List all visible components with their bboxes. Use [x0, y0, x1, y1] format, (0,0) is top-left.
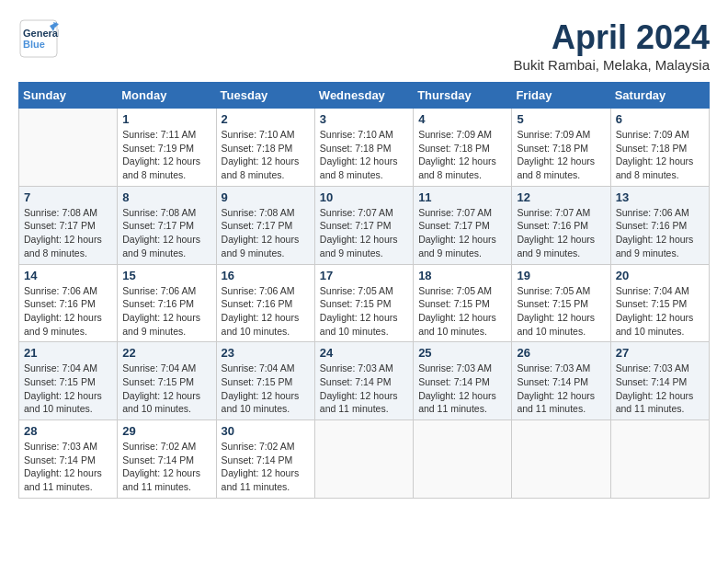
day-info: Sunrise: 7:05 AM Sunset: 7:15 PM Dayligh… — [418, 284, 506, 339]
day-number: 30 — [222, 424, 310, 438]
day-number: 29 — [122, 424, 210, 438]
calendar-cell: 13Sunrise: 7:06 AM Sunset: 7:16 PM Dayli… — [610, 186, 709, 264]
day-number: 18 — [418, 269, 506, 282]
calendar-cell — [314, 420, 413, 499]
day-info: Sunrise: 7:03 AM Sunset: 7:14 PM Dayligh… — [418, 362, 506, 416]
day-info: Sunrise: 7:06 AM Sunset: 7:16 PM Dayligh… — [24, 284, 112, 339]
day-number: 25 — [418, 346, 506, 360]
calendar-week-row: 7Sunrise: 7:08 AM Sunset: 7:17 PM Daylig… — [19, 186, 710, 264]
day-info: Sunrise: 7:09 AM Sunset: 7:18 PM Dayligh… — [418, 128, 506, 182]
calendar-table: SundayMondayTuesdayWednesdayThursdayFrid… — [18, 82, 710, 499]
day-info: Sunrise: 7:09 AM Sunset: 7:18 PM Dayligh… — [616, 128, 704, 182]
calendar-cell: 11Sunrise: 7:07 AM Sunset: 7:17 PM Dayli… — [414, 186, 512, 264]
calendar-cell: 14Sunrise: 7:06 AM Sunset: 7:16 PM Dayli… — [19, 264, 118, 342]
day-number: 1 — [122, 112, 210, 126]
day-of-week-header: Wednesday — [314, 83, 413, 109]
day-number: 17 — [320, 269, 408, 282]
calendar-cell: 17Sunrise: 7:05 AM Sunset: 7:15 PM Dayli… — [314, 264, 413, 342]
calendar-cell: 16Sunrise: 7:06 AM Sunset: 7:16 PM Dayli… — [216, 264, 314, 342]
day-info: Sunrise: 7:05 AM Sunset: 7:15 PM Dayligh… — [517, 284, 605, 339]
day-of-week-header: Saturday — [610, 83, 709, 109]
day-info: Sunrise: 7:09 AM Sunset: 7:18 PM Dayligh… — [517, 128, 605, 182]
calendar-cell: 23Sunrise: 7:04 AM Sunset: 7:15 PM Dayli… — [216, 342, 314, 420]
calendar-cell: 25Sunrise: 7:03 AM Sunset: 7:14 PM Dayli… — [414, 342, 512, 420]
calendar-header-row: SundayMondayTuesdayWednesdayThursdayFrid… — [19, 83, 710, 109]
day-of-week-header: Friday — [512, 83, 610, 109]
month-title: April 2024 — [514, 18, 710, 57]
day-info: Sunrise: 7:08 AM Sunset: 7:17 PM Dayligh… — [24, 206, 112, 260]
calendar-cell: 28Sunrise: 7:03 AM Sunset: 7:14 PM Dayli… — [19, 420, 118, 499]
day-info: Sunrise: 7:07 AM Sunset: 7:17 PM Dayligh… — [320, 206, 408, 260]
day-info: Sunrise: 7:07 AM Sunset: 7:17 PM Dayligh… — [418, 206, 506, 260]
day-number: 27 — [616, 346, 704, 360]
day-number: 3 — [320, 112, 408, 126]
day-number: 26 — [517, 346, 605, 360]
day-info: Sunrise: 7:05 AM Sunset: 7:15 PM Dayligh… — [320, 284, 408, 339]
day-number: 13 — [616, 190, 704, 204]
calendar-cell: 22Sunrise: 7:04 AM Sunset: 7:15 PM Dayli… — [118, 342, 216, 420]
day-number: 19 — [517, 269, 605, 282]
day-info: Sunrise: 7:10 AM Sunset: 7:18 PM Dayligh… — [222, 128, 310, 182]
day-number: 4 — [418, 112, 506, 126]
day-number: 2 — [222, 112, 310, 126]
day-number: 15 — [122, 269, 210, 282]
day-info: Sunrise: 7:11 AM Sunset: 7:19 PM Dayligh… — [122, 128, 210, 182]
calendar-cell — [414, 420, 512, 499]
day-number: 6 — [616, 112, 704, 126]
day-number: 10 — [320, 190, 408, 204]
calendar-cell: 29Sunrise: 7:02 AM Sunset: 7:14 PM Dayli… — [118, 420, 216, 499]
day-of-week-header: Monday — [118, 83, 216, 109]
day-info: Sunrise: 7:03 AM Sunset: 7:14 PM Dayligh… — [320, 362, 408, 416]
day-of-week-header: Thursday — [414, 83, 512, 109]
calendar-week-row: 14Sunrise: 7:06 AM Sunset: 7:16 PM Dayli… — [19, 264, 710, 342]
calendar-cell: 3Sunrise: 7:10 AM Sunset: 7:18 PM Daylig… — [314, 109, 413, 187]
day-number: 8 — [122, 190, 210, 204]
calendar-week-row: 21Sunrise: 7:04 AM Sunset: 7:15 PM Dayli… — [19, 342, 710, 420]
calendar-cell: 15Sunrise: 7:06 AM Sunset: 7:16 PM Dayli… — [118, 264, 216, 342]
title-block: April 2024 Bukit Rambai, Melaka, Malaysi… — [514, 18, 710, 73]
calendar-cell: 1Sunrise: 7:11 AM Sunset: 7:19 PM Daylig… — [118, 109, 216, 187]
day-info: Sunrise: 7:02 AM Sunset: 7:14 PM Dayligh… — [122, 440, 210, 494]
calendar-cell: 18Sunrise: 7:05 AM Sunset: 7:15 PM Dayli… — [414, 264, 512, 342]
calendar-cell: 8Sunrise: 7:08 AM Sunset: 7:17 PM Daylig… — [118, 186, 216, 264]
day-info: Sunrise: 7:03 AM Sunset: 7:14 PM Dayligh… — [616, 362, 704, 416]
calendar-cell: 19Sunrise: 7:05 AM Sunset: 7:15 PM Dayli… — [512, 264, 610, 342]
svg-text:Blue: Blue — [23, 39, 45, 50]
day-number: 24 — [320, 346, 408, 360]
day-info: Sunrise: 7:10 AM Sunset: 7:18 PM Dayligh… — [320, 128, 408, 182]
day-number: 9 — [222, 190, 310, 204]
day-number: 14 — [24, 269, 112, 282]
day-info: Sunrise: 7:02 AM Sunset: 7:14 PM Dayligh… — [222, 440, 310, 494]
day-info: Sunrise: 7:08 AM Sunset: 7:17 PM Dayligh… — [122, 206, 210, 260]
calendar-cell: 7Sunrise: 7:08 AM Sunset: 7:17 PM Daylig… — [19, 186, 118, 264]
calendar-cell: 2Sunrise: 7:10 AM Sunset: 7:18 PM Daylig… — [216, 109, 314, 187]
day-of-week-header: Sunday — [19, 83, 118, 109]
calendar-cell: 21Sunrise: 7:04 AM Sunset: 7:15 PM Dayli… — [19, 342, 118, 420]
calendar-cell: 4Sunrise: 7:09 AM Sunset: 7:18 PM Daylig… — [414, 109, 512, 187]
day-number: 16 — [222, 269, 310, 282]
day-number: 5 — [517, 112, 605, 126]
day-number: 28 — [24, 424, 112, 438]
day-number: 22 — [122, 346, 210, 360]
day-info: Sunrise: 7:06 AM Sunset: 7:16 PM Dayligh… — [122, 284, 210, 339]
day-info: Sunrise: 7:04 AM Sunset: 7:15 PM Dayligh… — [24, 362, 112, 416]
day-number: 21 — [24, 346, 112, 360]
calendar-cell — [19, 109, 118, 187]
day-info: Sunrise: 7:04 AM Sunset: 7:15 PM Dayligh… — [122, 362, 210, 416]
day-number: 23 — [222, 346, 310, 360]
calendar-cell: 26Sunrise: 7:03 AM Sunset: 7:14 PM Dayli… — [512, 342, 610, 420]
calendar-cell: 12Sunrise: 7:07 AM Sunset: 7:16 PM Dayli… — [512, 186, 610, 264]
calendar-cell: 30Sunrise: 7:02 AM Sunset: 7:14 PM Dayli… — [216, 420, 314, 499]
day-info: Sunrise: 7:07 AM Sunset: 7:16 PM Dayligh… — [517, 206, 605, 260]
day-of-week-header: Tuesday — [216, 83, 314, 109]
calendar-cell: 5Sunrise: 7:09 AM Sunset: 7:18 PM Daylig… — [512, 109, 610, 187]
calendar-cell: 10Sunrise: 7:07 AM Sunset: 7:17 PM Dayli… — [314, 186, 413, 264]
calendar-week-row: 28Sunrise: 7:03 AM Sunset: 7:14 PM Dayli… — [19, 420, 710, 499]
day-info: Sunrise: 7:04 AM Sunset: 7:15 PM Dayligh… — [222, 362, 310, 416]
day-info: Sunrise: 7:06 AM Sunset: 7:16 PM Dayligh… — [616, 206, 704, 260]
day-info: Sunrise: 7:08 AM Sunset: 7:17 PM Dayligh… — [222, 206, 310, 260]
day-info: Sunrise: 7:06 AM Sunset: 7:16 PM Dayligh… — [222, 284, 310, 339]
logo-icon: General Blue — [18, 18, 59, 59]
calendar-cell: 9Sunrise: 7:08 AM Sunset: 7:17 PM Daylig… — [216, 186, 314, 264]
day-info: Sunrise: 7:03 AM Sunset: 7:14 PM Dayligh… — [517, 362, 605, 416]
